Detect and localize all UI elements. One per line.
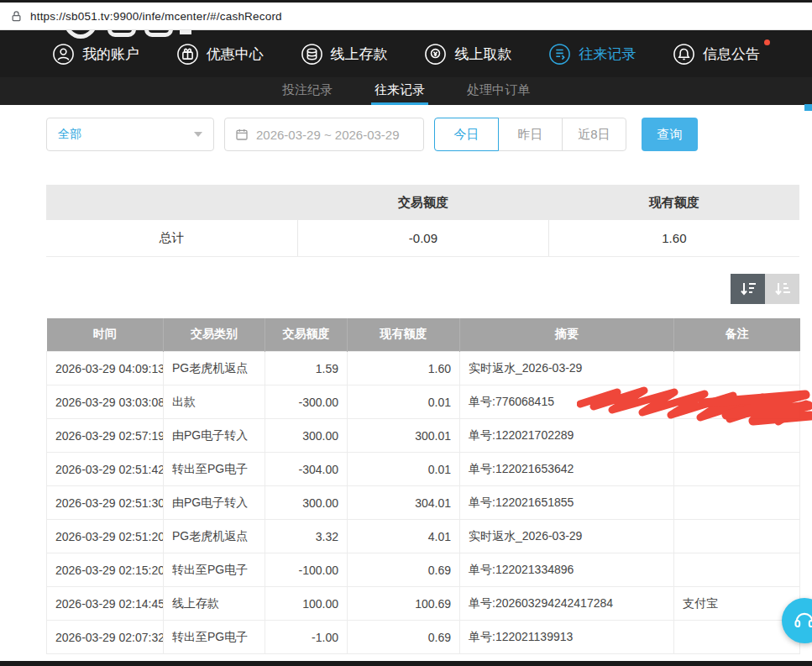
table-cell: 单号:122021653642 bbox=[460, 453, 674, 486]
table-cell bbox=[674, 621, 800, 654]
table-cell: 4.01 bbox=[348, 520, 460, 553]
user-icon bbox=[52, 43, 75, 66]
table-cell: 2026-03-29 04:09:13 bbox=[47, 352, 164, 385]
nav-item-transaction-records[interactable]: 往来记录 bbox=[548, 43, 636, 66]
table-cell bbox=[674, 553, 800, 587]
table-cell: 2026-03-29 03:03:08 bbox=[47, 385, 164, 419]
nav-item-withdraw[interactable]: 线上取款 bbox=[424, 43, 511, 66]
tab-transaction-records[interactable]: 往来记录 bbox=[371, 77, 428, 105]
col-header-type: 交易类别 bbox=[164, 318, 265, 352]
url-text[interactable]: https://sb051.tv:9900/infe/mcenter/#/cas… bbox=[30, 10, 282, 23]
table-row: 2026-03-29 02:14:45线上存款100.00100.69单号:20… bbox=[47, 587, 800, 621]
date-range-input[interactable]: 2026-03-29 ~ 2026-03-29 bbox=[224, 118, 424, 151]
table-cell: 由PG电子转入 bbox=[164, 486, 265, 520]
table-cell: 支付宝 bbox=[674, 587, 800, 621]
table-cell: 2026-03-29 02:57:19 bbox=[47, 419, 164, 453]
table-cell: 0.01 bbox=[348, 385, 460, 419]
table-row: 2026-03-29 02:07:32转出至PG电子-1.000.69单号:12… bbox=[47, 621, 800, 654]
calendar-icon bbox=[235, 128, 249, 141]
table-cell: -100.00 bbox=[265, 553, 348, 587]
gift-icon bbox=[176, 43, 199, 66]
tab-processing-orders[interactable]: 处理中订单 bbox=[464, 77, 533, 105]
records-table: 时间 交易类别 交易额度 现有额度 摘要 备注 2026-03-29 04:09… bbox=[46, 318, 800, 655]
col-header-summary: 摘要 bbox=[460, 318, 674, 352]
records-icon bbox=[548, 43, 571, 66]
type-dropdown-value: 全部 bbox=[58, 127, 81, 142]
col-header-amount: 交易额度 bbox=[265, 318, 348, 352]
table-row: 2026-03-29 02:15:20转出至PG电子-100.000.69单号:… bbox=[47, 553, 800, 587]
bottom-edge-bar bbox=[0, 661, 812, 666]
table-cell: 2026-03-29 02:51:30 bbox=[47, 486, 164, 520]
summary-row-label: 总计 bbox=[46, 220, 298, 256]
bell-icon bbox=[673, 43, 695, 66]
site-header: 我的账户 优惠中心 线上存款 线上取款 bbox=[0, 30, 812, 77]
date-range-value: 2026-03-29 ~ 2026-03-29 bbox=[256, 128, 400, 142]
today-button[interactable]: 今日 bbox=[434, 118, 499, 151]
table-cell: 2026-03-29 02:51:20 bbox=[47, 520, 164, 553]
table-cell: 1.60 bbox=[348, 352, 460, 385]
last-8-days-button[interactable]: 近8日 bbox=[562, 118, 626, 151]
table-cell: 单号:122021702289 bbox=[460, 419, 674, 453]
table-row: 2026-03-29 02:57:19由PG电子转入300.00300.01单号… bbox=[47, 419, 800, 453]
summary-total-row: 总计 -0.09 1.60 bbox=[46, 220, 799, 256]
table-cell bbox=[674, 419, 800, 453]
table-cell: 线上存款 bbox=[164, 587, 265, 621]
table-row: 2026-03-29 02:51:20PG老虎机返点3.324.01实时返水_2… bbox=[47, 520, 800, 553]
table-cell: 2026-03-29 02:51:42 bbox=[47, 453, 164, 486]
filter-row: 全部 2026-03-29 ~ 2026-03-29 今日 昨日 近8日 查询 bbox=[46, 118, 799, 151]
nav-item-announcements[interactable]: 信息公告 bbox=[673, 43, 760, 66]
table-cell: 100.00 bbox=[265, 587, 348, 621]
lock-icon bbox=[10, 10, 23, 23]
table-cell: 单号:122021334896 bbox=[460, 553, 674, 587]
table-cell bbox=[674, 352, 800, 385]
table-cell: 实时返水_2026-03-29 bbox=[460, 520, 674, 553]
type-dropdown[interactable]: 全部 bbox=[46, 118, 214, 151]
table-cell: 由PG电子转入 bbox=[164, 419, 265, 453]
table-cell: PG老虎机返点 bbox=[164, 520, 265, 553]
col-header-balance: 现有额度 bbox=[348, 318, 460, 352]
table-cell: 100.69 bbox=[348, 587, 460, 621]
table-cell: PG老虎机返点 bbox=[164, 352, 265, 385]
table-cell bbox=[674, 520, 800, 553]
browser-address-bar: https://sb051.tv:9900/infe/mcenter/#/cas… bbox=[0, 0, 812, 30]
search-button[interactable]: 查询 bbox=[642, 118, 698, 151]
table-cell: 2026-03-29 02:15:20 bbox=[47, 553, 164, 587]
main-content: 全部 2026-03-29 ~ 2026-03-29 今日 昨日 近8日 查询 … bbox=[0, 105, 812, 654]
sub-navigation: 投注纪录 往来记录 处理中订单 bbox=[0, 77, 812, 105]
notification-dot bbox=[764, 39, 770, 45]
table-cell: 304.01 bbox=[348, 486, 460, 520]
table-cell bbox=[674, 486, 800, 520]
table-cell: 转出至PG电子 bbox=[164, 621, 265, 654]
yesterday-button[interactable]: 昨日 bbox=[498, 118, 563, 151]
table-cell: 0.69 bbox=[348, 621, 460, 654]
quick-date-buttons: 今日 昨日 近8日 bbox=[434, 118, 626, 151]
table-cell: 单号:122021651855 bbox=[460, 486, 674, 520]
table-cell: 3.32 bbox=[265, 520, 348, 553]
table-cell: -304.00 bbox=[265, 453, 348, 486]
headset-icon bbox=[793, 609, 812, 632]
nav-item-label: 信息公告 bbox=[703, 45, 760, 64]
tab-betting-records[interactable]: 投注纪录 bbox=[279, 77, 336, 105]
table-cell: 300.00 bbox=[265, 486, 348, 520]
summary-header-empty bbox=[46, 185, 298, 220]
table-cell: 单号:776068415 bbox=[460, 385, 674, 419]
nav-item-promotions[interactable]: 优惠中心 bbox=[176, 43, 264, 66]
table-cell: 1.59 bbox=[265, 352, 348, 385]
sort-descending-button[interactable] bbox=[731, 274, 765, 304]
col-header-remark: 备注 bbox=[674, 318, 800, 352]
table-cell: 300.00 bbox=[265, 419, 348, 453]
chevron-down-icon bbox=[194, 132, 202, 137]
summary-transaction-total: -0.09 bbox=[298, 220, 549, 256]
sort-ascending-button[interactable] bbox=[765, 274, 799, 304]
table-cell: -1.00 bbox=[265, 621, 348, 654]
withdraw-coin-icon bbox=[424, 43, 447, 66]
nav-item-label: 优惠中心 bbox=[207, 45, 264, 64]
table-row: 2026-03-29 02:51:30由PG电子转入300.00304.01单号… bbox=[47, 486, 800, 520]
nav-item-my-account[interactable]: 我的账户 bbox=[52, 43, 139, 66]
table-cell: 0.69 bbox=[348, 553, 460, 587]
records-table-body: 2026-03-29 04:09:13PG老虎机返点1.591.60实时返水_2… bbox=[47, 352, 800, 654]
table-cell: 300.01 bbox=[348, 419, 460, 453]
sort-descending-icon bbox=[738, 279, 758, 299]
nav-item-deposit[interactable]: 线上存款 bbox=[301, 43, 388, 66]
table-cell: 实时返水_2026-03-29 bbox=[460, 352, 674, 385]
